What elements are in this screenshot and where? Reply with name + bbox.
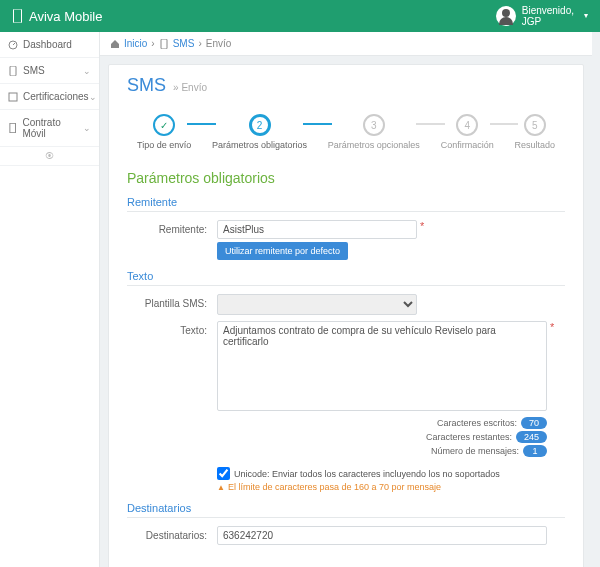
- phone-icon: [8, 66, 18, 76]
- sidebar-item-dashboard[interactable]: Dashboard: [0, 32, 99, 58]
- brand-text: Aviva Mobile: [29, 9, 102, 24]
- file-icon: [8, 92, 18, 102]
- required-icon: *: [550, 321, 554, 333]
- caret-down-icon: ▾: [584, 12, 588, 21]
- dashboard-icon: [8, 40, 18, 50]
- default-sender-button[interactable]: Utilizar remitente por defecto: [217, 242, 348, 260]
- sidebar-collapse[interactable]: ⦿: [0, 147, 99, 166]
- char-counts: Caracteres escritos:70 Caracteres restan…: [127, 417, 547, 457]
- step-2[interactable]: 2Parámetros obligatorios: [212, 114, 307, 150]
- destinatarios-heading: Destinatarios: [127, 502, 565, 518]
- texto-textarea[interactable]: [217, 321, 547, 411]
- doc-icon: [8, 123, 17, 133]
- breadcrumb-sms[interactable]: SMS: [173, 38, 195, 49]
- destinatarios-label: Destinatarios:: [127, 526, 217, 541]
- plantilla-select[interactable]: [217, 294, 417, 315]
- breadcrumb-home[interactable]: Inicio: [124, 38, 147, 49]
- unicode-checkbox[interactable]: [217, 467, 230, 480]
- destinatarios-input[interactable]: [217, 526, 547, 545]
- msg-count: 1: [523, 445, 547, 457]
- svg-rect-5: [10, 123, 16, 132]
- chevron-down-icon: ⌄: [83, 66, 91, 76]
- breadcrumb: Inicio › SMS › Envío: [100, 32, 592, 56]
- texto-label: Texto:: [127, 321, 217, 336]
- step-1[interactable]: ✓Tipo de envío: [137, 114, 191, 150]
- sidebar-item-certificaciones[interactable]: Certificaciones ⌄: [0, 84, 99, 110]
- step-4[interactable]: 4Confirmación: [441, 114, 494, 150]
- phone-icon: [159, 39, 169, 49]
- remitente-heading: Remitente: [127, 196, 565, 212]
- svg-rect-4: [9, 93, 17, 101]
- sidebar-item-sms[interactable]: SMS ⌄: [0, 58, 99, 84]
- avatar-icon: [496, 6, 516, 26]
- user-name: JGP: [522, 16, 541, 27]
- wizard: ✓Tipo de envío 2Parámetros obligatorios …: [137, 114, 555, 150]
- step-5[interactable]: 5Resultado: [514, 114, 555, 150]
- page-subtitle: » Envío: [173, 82, 207, 93]
- svg-rect-3: [10, 66, 16, 76]
- chevron-down-icon: ⌄: [83, 123, 91, 133]
- step-3[interactable]: 3Parámetros opcionales: [328, 114, 420, 150]
- sidebar: Dashboard SMS ⌄ Certificaciones ⌄ Contra…: [0, 32, 100, 567]
- unicode-label: Unicode: Enviar todos los caracteres inc…: [234, 469, 500, 479]
- unicode-warning: El límite de caracteres pasa de 160 a 70…: [217, 482, 565, 492]
- breadcrumb-envio: Envío: [206, 38, 232, 49]
- home-icon: [110, 39, 120, 49]
- remitente-input[interactable]: [217, 220, 417, 239]
- user-menu[interactable]: Bienvenido, JGP ▾: [496, 5, 588, 27]
- chars-written: 70: [521, 417, 547, 429]
- chars-remaining: 245: [516, 431, 547, 443]
- plantilla-label: Plantilla SMS:: [127, 294, 217, 309]
- topbar: Aviva Mobile Bienvenido, JGP ▾: [0, 0, 600, 32]
- chevron-down-icon: ⌄: [89, 92, 97, 102]
- brand: Aviva Mobile: [12, 9, 102, 24]
- svg-rect-6: [161, 39, 167, 49]
- main-panel: SMS » Envío ✓Tipo de envío 2Parámetros o…: [108, 64, 584, 567]
- welcome-text: Bienvenido,: [522, 5, 574, 16]
- sidebar-item-contrato[interactable]: Contrato Móvil ⌄: [0, 110, 99, 147]
- section-title: Parámetros obligatorios: [127, 170, 565, 186]
- remitente-label: Remitente:: [127, 220, 217, 235]
- texto-heading: Texto: [127, 270, 565, 286]
- page-title: SMS: [127, 75, 166, 95]
- phone-icon: [12, 9, 23, 23]
- required-icon: *: [420, 220, 424, 232]
